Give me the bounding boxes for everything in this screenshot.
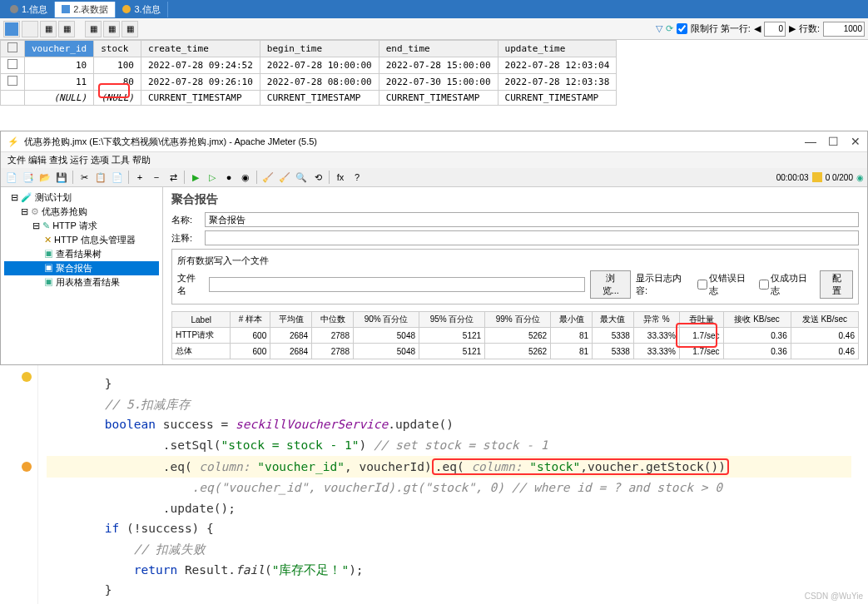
- thread-icon: ◉: [856, 173, 864, 182]
- agg-col[interactable]: 平均值: [270, 312, 312, 328]
- agg-col[interactable]: 最大值: [593, 312, 634, 328]
- code-editor[interactable]: } // 5.扣减库存 boolean success = seckillVou…: [0, 365, 868, 604]
- tree-table-results[interactable]: ▣ 用表格查看结果: [4, 275, 159, 290]
- agg-col[interactable]: 中位数: [312, 312, 354, 328]
- table-row[interactable]: (NULL)(NULL)CURRENT_TIMESTAMPCURRENT_TIM…: [1, 91, 617, 106]
- table-row[interactable]: 101002022-07-28 09:24:522022-07-28 10:00…: [1, 57, 617, 74]
- tree-http-req[interactable]: ⊟ ✎ HTTP 请求: [4, 219, 159, 233]
- test-plan-tree: ⊟ 🧪 测试计划 ⊟ ⚙ 优惠券抢购 ⊟ ✎ HTTP 请求 ✕ HTTP 信息…: [1, 187, 163, 364]
- save-icon[interactable]: 💾: [54, 170, 69, 185]
- agg-col[interactable]: 90% 百分位: [354, 312, 419, 328]
- comment-label: 注释:: [171, 232, 205, 245]
- new-icon[interactable]: 📄: [4, 170, 19, 185]
- error-only-check[interactable]: [697, 280, 707, 290]
- refresh-icon[interactable]: ⟳: [666, 23, 673, 34]
- spin-left[interactable]: ◀: [754, 23, 761, 34]
- minimize-icon[interactable]: —: [805, 135, 816, 148]
- tab-info1[interactable]: 1.信息: [3, 2, 55, 17]
- gutter: [0, 365, 38, 604]
- tb-btn5[interactable]: ▦: [103, 21, 120, 37]
- agg-col[interactable]: 99% 百分位: [485, 312, 551, 328]
- start-no-icon[interactable]: ▷: [205, 170, 220, 185]
- agg-col[interactable]: 发送 KB/sec: [791, 312, 858, 328]
- file-input[interactable]: [209, 277, 585, 292]
- search-icon[interactable]: 🔍: [294, 170, 309, 185]
- db-toolbar: ▦ ▦ ▦ ▦ ▦ ▽ ⟳ 限制行 第一行: ◀ ▶ 行数:: [0, 18, 868, 40]
- agg-col[interactable]: 最小值: [551, 312, 593, 328]
- success-only-check[interactable]: [759, 280, 769, 290]
- col-voucher-id[interactable]: voucher_id: [25, 41, 94, 57]
- browse-button[interactable]: 浏览...: [590, 270, 631, 299]
- row-count-input[interactable]: [823, 22, 865, 37]
- cut-icon[interactable]: ✂: [77, 170, 92, 185]
- agg-row[interactable]: 总体6002684278850485121526281533833.33%1.7…: [172, 344, 859, 359]
- shutdown-icon[interactable]: ◉: [238, 170, 253, 185]
- clear-icon[interactable]: 🧹: [260, 170, 275, 185]
- panel-heading: 聚合报告: [171, 192, 859, 207]
- open-icon[interactable]: 📂: [37, 170, 52, 185]
- bulb-icon: [22, 372, 32, 382]
- limit-check[interactable]: [677, 23, 687, 34]
- close-icon[interactable]: ✕: [851, 135, 861, 148]
- watermark: CSDN @WuYie: [805, 592, 863, 601]
- tree-test-plan[interactable]: ⊟ 🧪 测试计划: [4, 191, 159, 205]
- stop-icon[interactable]: ●: [221, 170, 236, 185]
- highlight-eq-stock: .eq( column: "stock",voucher.getStock()): [432, 458, 729, 475]
- circle-icon: [122, 5, 131, 13]
- tree-view-results[interactable]: ▣ 查看结果树: [4, 247, 159, 261]
- template-icon[interactable]: 📑: [21, 170, 36, 185]
- reset-search-icon[interactable]: ⟲: [310, 170, 325, 185]
- first-row-input[interactable]: [764, 22, 786, 37]
- name-label: 名称:: [171, 214, 205, 226]
- expand-icon[interactable]: +: [132, 170, 147, 185]
- tb-btn1[interactable]: [22, 21, 38, 37]
- spin-right[interactable]: ▶: [789, 23, 796, 34]
- jmeter-menu[interactable]: 文件 编辑 查找 运行 选项 工具 帮助: [1, 152, 867, 168]
- agg-col[interactable]: Label: [172, 312, 231, 328]
- tb-btn3[interactable]: ▦: [58, 21, 75, 37]
- agg-col[interactable]: # 样本: [231, 312, 270, 328]
- col-create-time[interactable]: create_time: [141, 41, 260, 57]
- start-icon[interactable]: ▶: [188, 170, 203, 185]
- function-icon[interactable]: fx: [333, 170, 348, 185]
- warn-icon: [812, 172, 822, 182]
- thread-count: 0 0/200: [826, 173, 853, 182]
- comment-input[interactable]: [205, 230, 859, 245]
- tb-btn2[interactable]: ▦: [40, 21, 57, 37]
- circle-icon: [10, 5, 18, 13]
- help-icon[interactable]: ?: [350, 170, 365, 185]
- agg-col[interactable]: 吞吐量: [679, 312, 723, 328]
- collapse-icon[interactable]: −: [149, 170, 164, 185]
- col-update-time[interactable]: update_time: [498, 41, 617, 57]
- copy-icon[interactable]: 📋: [93, 170, 108, 185]
- clear-all-icon[interactable]: 🧹: [277, 170, 292, 185]
- tb-btn6[interactable]: ▦: [122, 21, 138, 37]
- agg-col[interactable]: 接收 KB/sec: [723, 312, 791, 328]
- tab-data[interactable]: 2.表数据: [55, 2, 116, 17]
- paste-icon[interactable]: 📄: [110, 170, 125, 185]
- tree-thread-group[interactable]: ⊟ ⚙ 优惠券抢购: [4, 205, 159, 219]
- tab-info2[interactable]: 3.信息: [116, 2, 167, 17]
- report-panel: 聚合报告 名称: 注释: 所有数据写入一个文件 文件名 浏览... 显示日志内容…: [163, 187, 867, 364]
- col-end-time[interactable]: end_time: [379, 41, 498, 57]
- tree-header-mgr[interactable]: ✕ HTTP 信息头管理器: [4, 233, 159, 247]
- jmeter-icon: ⚡: [7, 136, 19, 147]
- bulb-icon: [22, 462, 32, 472]
- filter-icon[interactable]: ▽: [656, 23, 662, 34]
- maximize-icon[interactable]: ☐: [828, 135, 839, 148]
- agg-col[interactable]: 95% 百分位: [419, 312, 485, 328]
- tb-grid-icon[interactable]: [3, 21, 20, 37]
- name-input[interactable]: [205, 212, 859, 227]
- table-row[interactable]: 11802022-07-28 09:26:102022-07-28 08:00:…: [1, 74, 617, 91]
- col-begin-time[interactable]: begin_time: [260, 41, 379, 57]
- tree-agg-report[interactable]: ▣ 聚合报告: [4, 261, 159, 275]
- tb-btn4[interactable]: ▦: [85, 21, 102, 37]
- agg-col[interactable]: 异常 %: [633, 312, 679, 328]
- col-stock[interactable]: stock: [94, 41, 141, 57]
- db-tabs-bar: 1.信息 2.表数据 3.信息: [0, 0, 868, 18]
- data-table: voucher_id stock create_time begin_time …: [0, 40, 617, 106]
- jmeter-window: ⚡ 优惠券抢购.jmx (E:\下载文档视频\优惠券抢购.jmx) - Apac…: [0, 131, 868, 365]
- toggle-icon[interactable]: ⇄: [166, 170, 181, 185]
- config-button[interactable]: 配置: [820, 270, 853, 299]
- agg-row[interactable]: HTTP请求6002684278850485121526281533833.33…: [172, 328, 859, 344]
